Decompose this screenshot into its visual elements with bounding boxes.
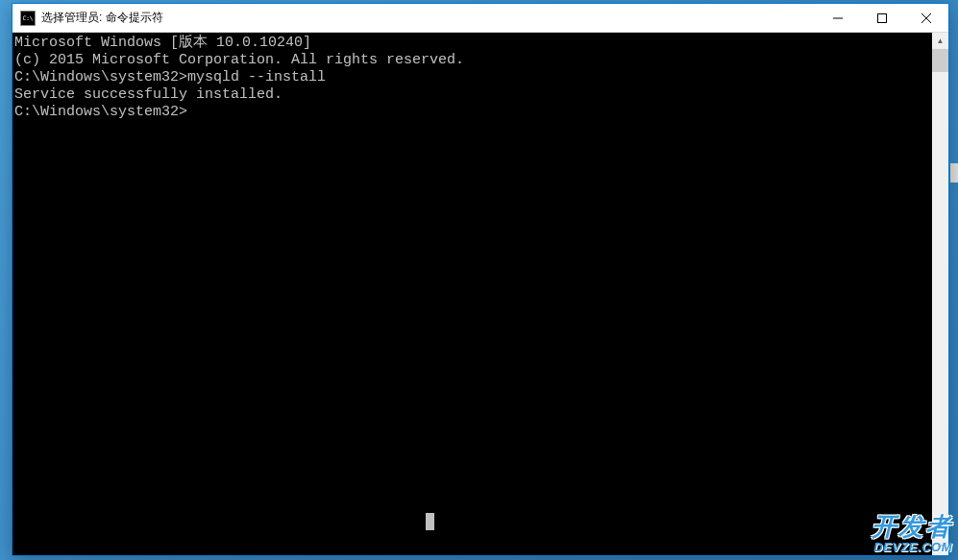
background-fragment: [950, 163, 958, 183]
terminal-output[interactable]: Microsoft Windows [版本 10.0.10240](c) 201…: [12, 33, 932, 555]
window-title: 选择管理员: 命令提示符: [41, 10, 816, 26]
cursor: [426, 513, 434, 530]
terminal-line: C:\Windows\system32>mysqld --install: [14, 69, 932, 86]
command-prompt-window: 选择管理员: 命令提示符 Microsoft Windows [版本 10.0.…: [12, 3, 949, 556]
scroll-down-arrow[interactable]: ▼: [932, 539, 948, 555]
window-controls: [816, 4, 948, 32]
cmd-icon: [20, 11, 36, 26]
titlebar[interactable]: 选择管理员: 命令提示符: [12, 4, 948, 33]
terminal-line: Microsoft Windows [版本 10.0.10240]: [14, 35, 932, 52]
scroll-track[interactable]: [932, 49, 948, 539]
vertical-scrollbar[interactable]: ▲ ▼: [932, 33, 948, 555]
terminal-line: (c) 2015 Microsoft Corporation. All righ…: [14, 52, 932, 69]
scroll-thumb[interactable]: [932, 49, 948, 72]
scroll-up-arrow[interactable]: ▲: [932, 33, 948, 49]
close-button[interactable]: [904, 4, 948, 33]
terminal-line: C:\Windows\system32>: [14, 104, 932, 121]
maximize-button[interactable]: [860, 4, 904, 33]
minimize-button[interactable]: [816, 4, 860, 33]
terminal-line: Service successfully installed.: [14, 86, 932, 104]
svg-rect-1: [878, 14, 887, 23]
terminal-area: Microsoft Windows [版本 10.0.10240](c) 201…: [12, 33, 948, 555]
